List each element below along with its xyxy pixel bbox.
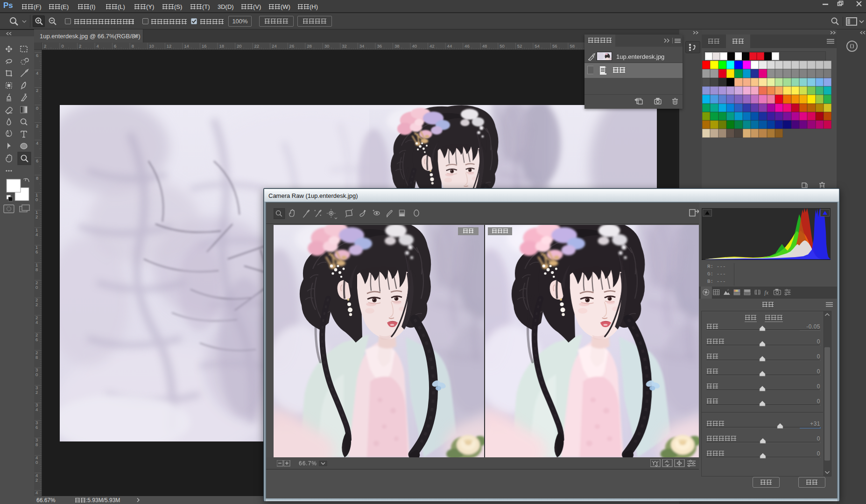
svg-text:46: 46	[465, 43, 470, 49]
svg-text:2: 2	[79, 43, 81, 49]
svg-text:0: 0	[35, 372, 38, 377]
svg-text:26: 26	[289, 43, 295, 49]
svg-text:58: 58	[570, 43, 575, 49]
svg-text:24: 24	[272, 43, 277, 49]
svg-text:28: 28	[307, 43, 312, 49]
svg-text:18: 18	[219, 43, 224, 49]
svg-text:0: 0	[35, 460, 38, 465]
svg-text:22: 22	[254, 43, 260, 49]
svg-text:48: 48	[482, 43, 487, 49]
svg-text:2: 2	[35, 302, 38, 307]
svg-text:2: 2	[35, 477, 38, 483]
svg-text:8: 8	[35, 355, 38, 360]
svg-text:2: 2	[36, 88, 38, 93]
svg-text:20: 20	[237, 43, 242, 49]
svg-text:4: 4	[36, 70, 38, 76]
svg-text:10: 10	[149, 43, 154, 49]
svg-text:32: 32	[342, 43, 347, 49]
svg-text:0: 0	[62, 43, 64, 49]
svg-text:40: 40	[412, 43, 417, 49]
svg-text:56: 56	[552, 43, 557, 49]
svg-text:4: 4	[97, 43, 99, 49]
svg-text:8: 8	[36, 175, 38, 181]
svg-text:8: 8	[35, 442, 38, 447]
svg-text:44: 44	[447, 43, 452, 49]
svg-text:6: 6	[35, 249, 38, 254]
svg-text:50: 50	[500, 43, 505, 49]
svg-text:2: 2	[36, 123, 38, 128]
svg-text:6: 6	[35, 337, 38, 342]
svg-text:30: 30	[324, 43, 330, 49]
svg-text:6: 6	[35, 425, 38, 430]
svg-text:4: 4	[35, 320, 38, 325]
svg-text:6: 6	[36, 158, 38, 163]
svg-text:0: 0	[35, 197, 38, 202]
svg-text:42: 42	[429, 43, 435, 49]
svg-text:16: 16	[202, 43, 207, 49]
svg-text:36: 36	[377, 43, 382, 49]
svg-text:38: 38	[394, 43, 400, 49]
svg-text:2: 2	[44, 43, 46, 49]
svg-text:2: 2	[35, 390, 38, 395]
svg-text:8: 8	[132, 43, 134, 49]
svg-text:0: 0	[35, 285, 38, 290]
svg-text:2: 2	[35, 214, 38, 219]
svg-text:fx: fx	[764, 289, 768, 296]
svg-text:34: 34	[359, 43, 365, 49]
svg-text:0: 0	[36, 105, 38, 111]
svg-text:6: 6	[114, 43, 116, 49]
svg-text:14: 14	[184, 43, 189, 49]
svg-text:4: 4	[35, 232, 38, 237]
svg-text:8: 8	[35, 267, 38, 272]
svg-text:4: 4	[36, 140, 38, 146]
svg-text:12: 12	[167, 43, 172, 49]
svg-text:52: 52	[517, 43, 522, 49]
svg-text:4: 4	[35, 407, 38, 412]
svg-text:54: 54	[535, 43, 540, 49]
svg-text:6: 6	[36, 53, 38, 58]
